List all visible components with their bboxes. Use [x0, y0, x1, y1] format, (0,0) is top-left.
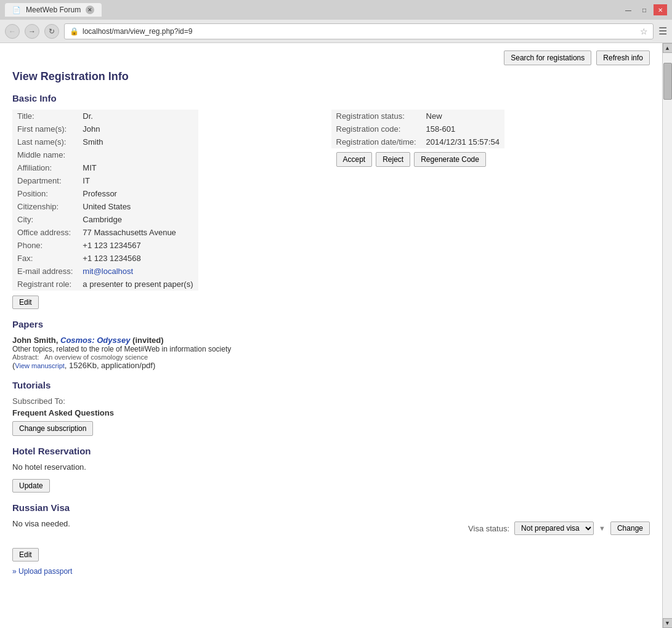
- table-row: Middle name:: [12, 148, 198, 161]
- field-label: Affiliation:: [12, 161, 78, 174]
- tab-close-button[interactable]: ✕: [86, 6, 94, 14]
- tutorial-name: Frequent Asked Questions: [12, 408, 650, 417]
- scrollbar-thumb[interactable]: [663, 63, 672, 100]
- reg-info-table: Registration status: New Registration co…: [331, 110, 504, 148]
- field-label: Department:: [12, 174, 78, 187]
- field-value: +1 123 1234567: [78, 239, 198, 252]
- page-content: Search for registations Refresh info Vie…: [0, 43, 662, 628]
- papers-heading: Papers: [12, 319, 650, 329]
- no-visa-text: No visa needed.: [12, 519, 70, 528]
- hotel-heading: Hotel Reservation: [12, 446, 650, 456]
- field-label: Office address:: [12, 226, 78, 239]
- paper-entry: John Smith, Cosmos: Odyssey (invited) Ot…: [12, 336, 650, 370]
- field-label: Fax:: [12, 252, 78, 265]
- table-row: Registration code: 158-601: [331, 123, 504, 135]
- update-hotel-button[interactable]: Update: [12, 479, 50, 493]
- reg-code-label: Registration code:: [331, 123, 421, 135]
- address-bar[interactable]: 🔒 localhost/man/view_reg.php?id=9 ☆: [64, 23, 654, 39]
- reject-button[interactable]: Reject: [376, 152, 410, 167]
- search-registrations-button[interactable]: Search for registations: [504, 50, 591, 65]
- upload-passport-link[interactable]: » Upload passport: [12, 567, 72, 576]
- page-title: View Registration Info: [12, 70, 650, 83]
- accept-button[interactable]: Accept: [336, 152, 373, 167]
- tutorials-heading: Tutorials: [12, 380, 650, 390]
- top-buttons: Search for registations Refresh info: [12, 50, 650, 65]
- close-button[interactable]: ✕: [654, 4, 667, 15]
- reg-code-value: 158-601: [421, 123, 504, 135]
- field-value: mit@localhost: [78, 265, 198, 278]
- tab-title: MeetWeb Forum: [26, 6, 81, 14]
- change-visa-button[interactable]: Change: [610, 521, 650, 535]
- reg-datetime-label: Registration date/time:: [331, 135, 421, 148]
- visa-status-select[interactable]: Not prepared visa Prepared visa Visa rea…: [514, 521, 594, 535]
- field-value: Cambridge: [78, 213, 198, 226]
- field-label: Citizenship:: [12, 200, 78, 213]
- field-value: United States: [78, 200, 198, 213]
- minimize-button[interactable]: —: [621, 4, 635, 15]
- field-label: Phone:: [12, 239, 78, 252]
- field-value: Professor: [78, 187, 198, 200]
- reg-datetime-value: 2014/12/31 15:57:54: [421, 135, 504, 148]
- field-label: Last name(s):: [12, 135, 78, 148]
- field-value: MIT: [78, 161, 198, 174]
- field-value: Dr.: [78, 110, 198, 123]
- paper-title-link[interactable]: Cosmos: Odyssey: [60, 336, 130, 345]
- refresh-info-button[interactable]: Refresh info: [596, 50, 650, 65]
- subscribed-label: Subscribed To:: [12, 397, 650, 406]
- reg-status-label: Registration status:: [331, 110, 421, 123]
- field-value: +1 123 1234568: [78, 252, 198, 265]
- reload-button[interactable]: ↻: [44, 24, 59, 39]
- field-label: E-mail address:: [12, 265, 78, 278]
- browser-tab[interactable]: 📄 MeetWeb Forum ✕: [5, 3, 102, 17]
- manuscript-link[interactable]: View manuscript: [15, 362, 65, 369]
- field-label: Middle name:: [12, 148, 78, 161]
- titlebar: 📄 MeetWeb Forum ✕ — □ ✕: [0, 0, 672, 20]
- reg-status-value: New: [421, 110, 504, 123]
- field-label: City:: [12, 213, 78, 226]
- table-row: Position: Professor: [12, 187, 198, 200]
- table-row: Registration date/time: 2014/12/31 15:57…: [331, 135, 504, 148]
- email-link[interactable]: mit@localhost: [83, 267, 133, 276]
- basic-info-heading: Basic Info: [12, 93, 650, 103]
- regenerate-code-button[interactable]: Regenerate Code: [414, 152, 486, 167]
- scrollbar-down-arrow[interactable]: ▼: [663, 618, 673, 628]
- field-value: IT: [78, 174, 198, 187]
- basic-info-right: Registration status: New Registration co…: [331, 110, 650, 309]
- table-row: City: Cambridge: [12, 213, 198, 226]
- basic-info-grid: Title: Dr. First name(s): John Last name…: [12, 110, 650, 309]
- field-value: a presenter to present paper(s): [78, 278, 198, 291]
- table-row: Office address: 77 Massachusetts Avenue: [12, 226, 198, 239]
- field-label: First name(s):: [12, 123, 78, 135]
- paper-topics: Other topics, related to the role of Mee…: [12, 345, 650, 353]
- paper-author: John Smith,: [12, 336, 60, 345]
- russian-visa-heading: Russian Visa: [12, 502, 650, 513]
- table-row: Last name(s): Smith: [12, 135, 198, 148]
- field-label: Title:: [12, 110, 78, 123]
- table-row: E-mail address: mit@localhost: [12, 265, 198, 278]
- maximize-button[interactable]: □: [638, 4, 651, 15]
- table-row: First name(s): John: [12, 123, 198, 135]
- scrollbar[interactable]: ▲ ▼: [662, 43, 672, 628]
- table-row: Affiliation: MIT: [12, 161, 198, 174]
- reg-action-buttons: Accept Reject Regenerate Code: [331, 152, 650, 167]
- edit-basic-info-button[interactable]: Edit: [12, 296, 39, 309]
- bookmark-icon[interactable]: ☆: [640, 26, 648, 36]
- window-controls: — □ ✕: [621, 4, 667, 15]
- tab-favicon-icon: 📄: [12, 6, 21, 14]
- table-row: Registration status: New: [331, 110, 504, 123]
- field-value: 77 Massachusetts Avenue: [78, 226, 198, 239]
- back-button[interactable]: ←: [5, 24, 20, 39]
- menu-icon[interactable]: ☰: [658, 25, 667, 37]
- basic-info-table: Title: Dr. First name(s): John Last name…: [12, 110, 198, 291]
- scrollbar-up-arrow[interactable]: ▲: [663, 43, 673, 53]
- change-subscription-button[interactable]: Change subscription: [12, 421, 93, 436]
- paper-title-line: John Smith, Cosmos: Odyssey (invited): [12, 336, 650, 345]
- forward-button[interactable]: →: [25, 24, 39, 39]
- url-text: localhost/man/view_reg.php?id=9: [83, 27, 192, 36]
- no-hotel-text: No hotel reservation.: [12, 462, 650, 472]
- table-row: Fax: +1 123 1234568: [12, 252, 198, 265]
- table-row: Department: IT: [12, 174, 198, 187]
- field-value: [78, 148, 198, 161]
- edit-visa-button[interactable]: Edit: [12, 548, 39, 562]
- field-value: John: [78, 123, 198, 135]
